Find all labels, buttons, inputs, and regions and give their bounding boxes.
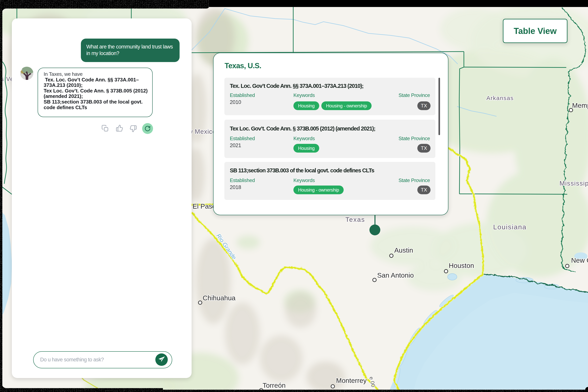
svg-text:El Paso: El Paso [193, 202, 216, 210]
svg-text:Chihuahua: Chihuahua [203, 294, 236, 302]
svg-text:San Antonio: San Antonio [377, 272, 414, 279]
svg-text:Monterrey: Monterrey [336, 377, 367, 384]
svg-text:New Orleans: New Orleans [571, 256, 588, 264]
svg-text:Arkansas: Arkansas [486, 95, 514, 101]
svg-text:Mississippi: Mississippi [559, 180, 588, 187]
svg-text:Houston: Houston [449, 262, 474, 269]
svg-text:Austin: Austin [394, 246, 413, 254]
svg-text:Memphis: Memphis [572, 102, 588, 109]
svg-text:Texas: Texas [345, 216, 365, 223]
svg-text:Louisiana: Louisiana [493, 223, 526, 231]
